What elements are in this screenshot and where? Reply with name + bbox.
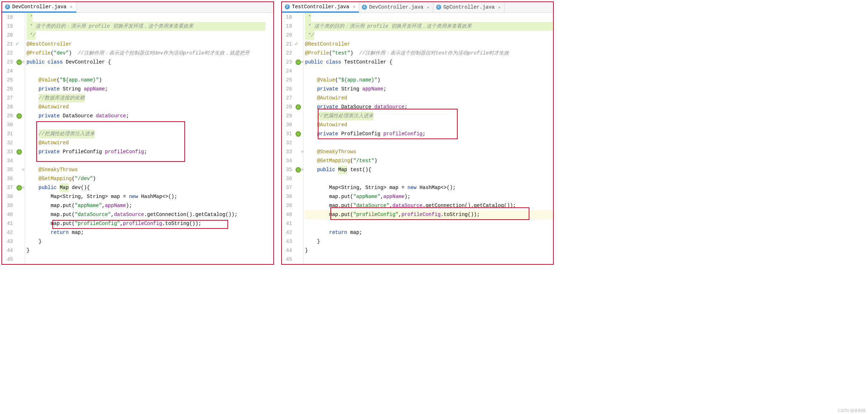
code-line[interactable]: private ProfileConfig profileConfig; (305, 130, 553, 138)
gutter-row (14, 147, 25, 156)
code-line[interactable]: @Value("${app.name}") (27, 76, 273, 85)
code-line[interactable]: */ (305, 31, 553, 40)
spring-bean-icon[interactable] (16, 60, 22, 65)
code-line[interactable]: @GetMapping("/dev") (27, 174, 273, 183)
gutter-row (14, 192, 25, 201)
close-icon[interactable]: ✕ (498, 5, 501, 10)
code-line[interactable]: map.put("appName",appName); (27, 201, 273, 210)
code-line[interactable] (305, 174, 553, 183)
line-number: 31 (2, 130, 13, 138)
line-number: 25 (2, 76, 13, 85)
close-icon[interactable]: ✕ (427, 5, 430, 10)
gutter-row (14, 174, 25, 183)
code-line[interactable]: @Value("${app.name}") (305, 76, 553, 85)
code-line[interactable]: private DataSource dataSource; (305, 103, 553, 112)
code-line[interactable]: map.put("profileConfig",profileConfig.to… (27, 219, 273, 228)
code-line[interactable] (305, 219, 553, 228)
line-number: 44 (282, 246, 292, 255)
code-line[interactable]: } (27, 246, 273, 255)
fold-toggle-icon[interactable]: ⊖ (22, 58, 25, 61)
code-line[interactable]: } (305, 237, 553, 246)
close-icon[interactable]: ✕ (353, 4, 355, 9)
gutter-row (14, 112, 25, 121)
spring-bean-icon[interactable] (296, 60, 301, 65)
code-line[interactable]: * (305, 13, 553, 22)
code-line[interactable]: Map<String, String> map = new HashMap<>(… (305, 183, 553, 192)
tab-devcontroller-java[interactable]: CDevController.java✕ (359, 2, 433, 13)
gutter-row (14, 76, 25, 85)
line-number: 26 (282, 85, 292, 94)
fold-toggle-icon[interactable]: ⊖ (22, 165, 25, 168)
code-line[interactable] (27, 67, 273, 76)
run-gutter-icon[interactable] (16, 42, 22, 47)
code-line[interactable]: private String appName; (305, 85, 553, 94)
code-line[interactable]: return map; (27, 228, 273, 237)
gutter-row (293, 31, 303, 40)
code-line[interactable] (27, 156, 273, 165)
code-line[interactable]: @Autowired (305, 121, 553, 130)
code-line[interactable]: @SneakyThrows (27, 165, 273, 174)
gutter-row (293, 85, 303, 94)
code-line[interactable]: private ProfileConfig profileConfig; (27, 147, 273, 156)
code-line[interactable]: public class TestController { (305, 58, 553, 67)
code-line[interactable]: } (27, 237, 273, 246)
code-line[interactable]: map.put("appName",appName); (305, 192, 553, 201)
code-line[interactable]: public Map dev(){ (27, 183, 273, 192)
spring-bean-icon[interactable] (16, 149, 22, 155)
spring-bean-icon[interactable] (16, 185, 22, 190)
code-line[interactable]: @Profile("test") //注解作用：表示这个控制器仅对test作为活… (305, 49, 553, 58)
gutter-row (293, 174, 303, 183)
tab-devcontroller-java[interactable]: CDevController.java✕ (2, 2, 76, 13)
spring-bean-icon[interactable] (296, 104, 301, 110)
code-line[interactable]: @Autowired (27, 103, 273, 112)
code-line[interactable]: //把属性处理类注入进来 (27, 130, 273, 138)
line-number: 39 (282, 201, 292, 210)
code-line[interactable]: private String appName; (27, 85, 273, 94)
tab-testcontroller-java[interactable]: CTestController.java✕ (282, 2, 359, 13)
code-line[interactable]: public class DevController { (27, 58, 273, 67)
code-line[interactable]: @GetMapping("/test") (305, 156, 553, 165)
code-line[interactable] (305, 138, 553, 147)
code-line[interactable] (27, 255, 273, 264)
line-number: 42 (2, 228, 13, 237)
code-line[interactable]: public Map test(){ (305, 165, 553, 174)
code-area-left[interactable]: * * 这个类的目的：演示用 profile 切换开发环境，这个类用来查看效果 … (25, 13, 273, 264)
tab-bar-left: CDevController.java✕ (2, 2, 273, 13)
fold-toggle-icon[interactable]: ⊖ (22, 183, 25, 186)
code-line[interactable]: //把属性处理类注入进来 (305, 112, 553, 121)
code-line[interactable]: @RestController (305, 40, 553, 49)
code-line[interactable]: return map; (305, 228, 553, 237)
code-line[interactable]: @Autowired (27, 138, 273, 147)
code-line[interactable]: @SneakyThrows (305, 147, 553, 156)
close-icon[interactable]: ✕ (70, 4, 72, 9)
code-line[interactable] (305, 255, 553, 264)
spring-bean-icon[interactable] (296, 167, 301, 173)
code-line[interactable]: */ (27, 31, 273, 40)
editor-right[interactable]: 1819202122232425262728293031323334353637… (282, 13, 553, 264)
code-line[interactable]: map.put("dataSource",dataSource.getConne… (305, 201, 553, 210)
code-line[interactable]: * (27, 13, 273, 22)
code-line[interactable]: @Autowired (305, 94, 553, 103)
code-line[interactable]: * 这个类的目的：演示用 profile 切换开发环境，这个类用来查看效果 (305, 22, 553, 31)
code-line[interactable]: //数据库连接的依赖 (27, 94, 273, 103)
spring-bean-icon[interactable] (296, 131, 301, 137)
code-line[interactable]: map.put("profileConfig",profileConfig.to… (305, 210, 553, 219)
code-line[interactable]: Map<String, String> map = new HashMap<>(… (27, 192, 273, 201)
code-area-right[interactable]: * * 这个类的目的：演示用 profile 切换开发环境，这个类用来查看效果 … (303, 13, 553, 264)
tab-gpcontroller-java[interactable]: CGpController.java✕ (433, 2, 504, 13)
code-line[interactable]: } (305, 246, 553, 255)
code-line[interactable]: * 这个类的目的：演示用 profile 切换开发环境，这个类用来查看效果 (27, 22, 273, 31)
editor-left[interactable]: 1819202122232425262728293031323334353637… (2, 13, 273, 264)
line-number: 25 (282, 76, 292, 85)
code-line[interactable] (305, 67, 553, 76)
line-number: 35 (282, 165, 292, 174)
code-line[interactable]: map.put("dataSource",dataSource.getConne… (27, 210, 273, 219)
code-line[interactable]: @Profile("dev") //注解作用：表示这个控制器仅对dev作为活动p… (27, 49, 273, 58)
code-line[interactable]: private DataSource dataSource; (27, 112, 273, 121)
gutter-row (293, 210, 303, 219)
line-number: 44 (2, 246, 13, 255)
code-line[interactable] (27, 121, 273, 130)
run-gutter-icon[interactable] (296, 42, 301, 47)
spring-bean-icon[interactable] (16, 113, 22, 119)
code-line[interactable]: @RestController (27, 40, 273, 49)
